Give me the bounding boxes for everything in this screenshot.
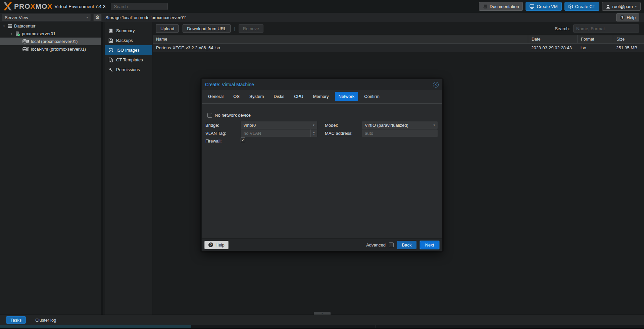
create-vm-label: Create VM [537, 4, 557, 9]
dialog-tab-network[interactable]: Network [335, 92, 358, 101]
nav-item-ct-templates[interactable]: CT Templates [105, 55, 152, 65]
bridge-select[interactable]: vmbr0 ▾ [241, 121, 317, 129]
user-menu-button[interactable]: root@pam ▾ [602, 2, 641, 11]
storage-lvm-icon [22, 47, 29, 52]
mac-input[interactable]: auto [362, 129, 438, 137]
tree-item-label: local (proxmoxserver01) [31, 39, 78, 44]
advanced-checkbox[interactable] [389, 242, 394, 247]
collapse-arrow-icon: ▼ [321, 312, 324, 315]
floppy-icon [108, 38, 113, 43]
dialog-tab-confirm[interactable]: Confirm [360, 92, 383, 101]
collapsed-task-panel-strip[interactable] [0, 325, 644, 328]
spinner-down-icon: ▼ [313, 133, 315, 135]
no-network-checkbox[interactable] [207, 113, 212, 118]
tree-item-label: Datacenter [14, 23, 36, 29]
column-header-date[interactable]: Date [528, 35, 577, 43]
dialog-titlebar[interactable]: Create: Virtual Machine ✕ [202, 79, 442, 90]
cd-icon [108, 48, 113, 53]
vlan-input[interactable]: no VLAN ▲▼ [241, 129, 317, 137]
tasks-button[interactable]: Tasks [6, 316, 26, 324]
dialog-tab-cpu[interactable]: CPU [290, 92, 307, 101]
column-header-size[interactable]: Size [613, 35, 644, 43]
create-ct-button[interactable]: Create CT [564, 2, 599, 11]
key-icon [108, 67, 113, 72]
nav-item-label: CT Templates [116, 57, 143, 62]
chevron-down-icon: ▾ [313, 124, 314, 127]
create-vm-button[interactable]: Create VM [526, 2, 561, 11]
nav-item-iso-images[interactable]: ISO Images [105, 45, 152, 55]
help-button[interactable]: ? Help [616, 13, 639, 21]
nav-item-summary[interactable]: Summary [105, 26, 152, 36]
strip-segment [0, 325, 191, 328]
expander-icon[interactable]: ▾ [9, 32, 13, 36]
tree-item-datacenter[interactable]: ▾Datacenter [0, 22, 101, 30]
upload-button[interactable]: Upload [156, 24, 179, 33]
content-toolbar: Upload Download from URL | Remove Search… [153, 22, 644, 35]
toolbar-separator: | [234, 26, 235, 31]
server-view-label: Server View [5, 15, 28, 20]
settings-gear-button[interactable]: ⚙ [93, 14, 102, 21]
dialog-help-button[interactable]: ? Help [204, 241, 229, 249]
advanced-label: Advanced [366, 242, 386, 248]
model-select[interactable]: VirtIO (paravirtualized) ▾ [362, 121, 438, 129]
dialog-tab-disks[interactable]: Disks [270, 92, 288, 101]
help-label: Help [627, 15, 636, 20]
create-ct-label: Create CT [575, 4, 595, 9]
download-from-url-button[interactable]: Download from URL [183, 24, 231, 33]
chevron-down-icon: ▾ [635, 5, 637, 8]
cell-format: iso [577, 45, 613, 50]
model-value: VirtIO (paravirtualized) [365, 123, 408, 128]
table-search-label: Search: [555, 26, 570, 31]
tree-item-proxmoxserver01[interactable]: ▾proxmoxserver01 [0, 30, 101, 38]
spinner-up-icon: ▲ [313, 131, 315, 133]
no-network-row: No network device [207, 113, 251, 118]
tree-item-local-lvm-proxmoxserver01[interactable]: local-lvm (proxmoxserver01) [0, 45, 101, 53]
documentation-label: Documentation [490, 4, 519, 9]
dialog-tab-bar: GeneralOSSystemDisksCPUMemoryNetworkConf… [202, 90, 442, 104]
no-network-label: No network device [215, 113, 251, 118]
question-circle-icon: ? [620, 15, 625, 20]
global-search-input[interactable] [111, 3, 168, 10]
iso-table-header: Name Date Format Size [153, 35, 644, 44]
dialog-tab-memory[interactable]: Memory [309, 92, 333, 101]
user-label: root@pam [612, 4, 633, 9]
firewall-label: Firewall: [205, 139, 221, 144]
question-circle-icon: ? [208, 242, 213, 247]
column-header-name[interactable]: Name [153, 37, 528, 42]
tree-item-local-proxmoxserver01[interactable]: local (proxmoxserver01) [0, 38, 101, 45]
chevron-down-icon: ▾ [433, 124, 435, 127]
spinner-stepper[interactable]: ▲▼ [310, 129, 315, 137]
mac-placeholder: auto [365, 131, 373, 136]
user-icon [606, 4, 610, 9]
table-search: Search: [555, 24, 641, 33]
nav-item-permissions[interactable]: Permissions [105, 65, 152, 74]
gear-icon: ⚙ [95, 14, 100, 20]
dialog-tab-os[interactable]: OS [230, 92, 243, 101]
cell-name: Porteus-XFCE-v3.2.2-x86_64.iso [153, 45, 528, 50]
strip-segment [191, 325, 376, 328]
cube-icon [568, 4, 573, 9]
dialog-tab-general[interactable]: General [204, 92, 227, 101]
storage-icon [22, 39, 29, 44]
table-row[interactable]: Porteus-XFCE-v3.2.2-x86_64.iso2023-03-29… [153, 44, 644, 52]
back-button[interactable]: Back [397, 241, 416, 249]
dialog-close-icon[interactable]: ✕ [433, 82, 439, 88]
cluster-log-button[interactable]: Cluster log [35, 318, 56, 323]
panel-collapse-handle[interactable]: ▼ [314, 312, 331, 315]
table-search-input[interactable] [573, 24, 639, 33]
documentation-button[interactable]: Documentation [479, 2, 523, 11]
bottom-edge [0, 328, 644, 329]
column-header-format[interactable]: Format [577, 35, 613, 43]
remove-button[interactable]: Remove [239, 24, 263, 33]
storage-nav-panel: SummaryBackupsISO ImagesCT TemplatesPerm… [105, 22, 152, 315]
dialog-tab-system[interactable]: System [246, 92, 267, 101]
nav-item-backups[interactable]: Backups [105, 36, 152, 45]
node-icon [15, 31, 20, 36]
firewall-checkbox[interactable]: ✓ [241, 138, 245, 142]
cell-date: 2023-03-29 02:28:43 [528, 45, 577, 50]
dialog-help-label: Help [215, 242, 225, 248]
expander-icon[interactable]: ▾ [2, 24, 6, 28]
proxmox-x-logo-icon [3, 2, 13, 11]
next-button[interactable]: Next [420, 241, 439, 249]
server-view-select[interactable]: Server View ▾ [2, 14, 91, 21]
